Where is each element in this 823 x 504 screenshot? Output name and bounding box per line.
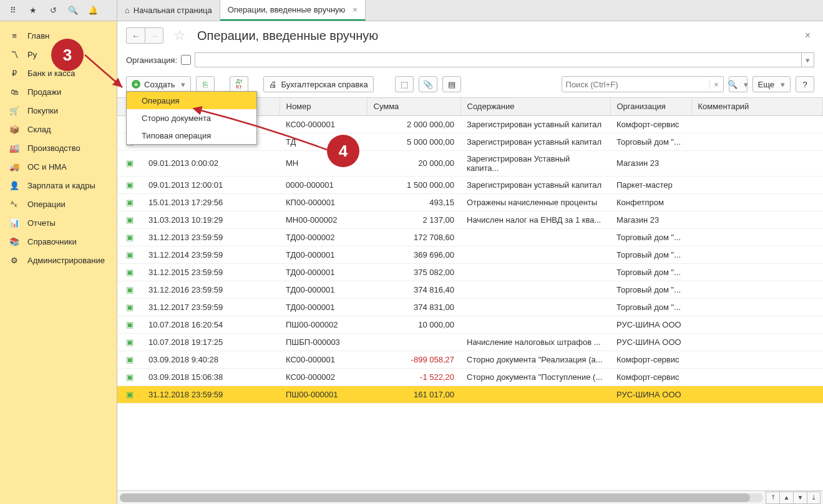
nav-up-icon[interactable]: ▲: [779, 492, 793, 504]
table-row[interactable]: ▣31.03.2013 10:19:29МН00-0000022 137,00Н…: [117, 211, 823, 228]
sidebar-icon: ₽: [9, 69, 20, 78]
sidebar-item-label: Склад: [27, 125, 51, 134]
create-button[interactable]: + Создать ▾: [126, 76, 191, 92]
search-clear-icon[interactable]: ×: [709, 80, 723, 89]
cell-sum: 10 000,00: [367, 316, 460, 333]
copy-button[interactable]: ⎘: [196, 76, 215, 92]
cell-number: ТД00-000001: [280, 281, 367, 298]
org-dropdown-icon[interactable]: ▾: [801, 53, 814, 67]
tab-home[interactable]: ⌂ Начальная страница: [117, 0, 220, 21]
col-sum[interactable]: Сумма: [367, 98, 460, 115]
notifications-icon[interactable]: 🔔: [87, 6, 99, 15]
dropdown-item-1[interactable]: Сторно документа: [127, 109, 256, 127]
table-row[interactable]: ▣31.12.2015 23:59:59ТД00-000001375 082,0…: [117, 263, 823, 281]
cell-sum: 2 000 000,00: [367, 115, 460, 133]
sidebar-icon: 🚚: [9, 162, 20, 172]
sidebar-icon: 📚: [9, 237, 20, 246]
nav-buttons: ⤒ ▲ ▼ ⤓: [766, 492, 821, 504]
callout-4: 4: [327, 135, 359, 167]
table-row[interactable]: ▣31.12.2018 23:59:59ПШ00-000001161 017,0…: [117, 385, 823, 403]
tab-operations[interactable]: Операции, введенные вручную ×: [220, 0, 366, 21]
cell-number: КС00-000001: [280, 351, 367, 368]
sidebar-icon: 📦: [9, 125, 20, 134]
col-number[interactable]: Номер: [280, 98, 367, 115]
table-row[interactable]: ▣09.01.2013 12:00:010000-0000011 500 000…: [117, 176, 823, 193]
find-button[interactable]: 🔍▾: [729, 76, 748, 92]
cell-sum: 5 000 000,00: [367, 133, 460, 150]
sidebar-item-6[interactable]: 🏭Производство: [0, 138, 117, 157]
dtct-button[interactable]: ДтКт: [230, 76, 248, 92]
table-row[interactable]: ▣31.12.2017 23:59:59ТД00-000001374 831,0…: [117, 298, 823, 316]
cell-number: ТД00-000001: [280, 263, 367, 281]
cell-sum: [367, 333, 460, 351]
table-row[interactable]: ▣10.07.2018 16:20:54ПШ00-00000210 000,00…: [117, 316, 823, 333]
history-icon[interactable]: ↺: [47, 6, 59, 15]
page-close-icon[interactable]: ×: [805, 30, 814, 41]
sidebar-item-5[interactable]: 📦Склад: [0, 120, 117, 138]
find-icon[interactable]: 🔍: [67, 6, 79, 15]
org-text-field[interactable]: [195, 53, 801, 67]
org-checkbox[interactable]: [181, 55, 191, 65]
col-comment[interactable]: Комментарий: [691, 98, 823, 115]
attach-button[interactable]: 📎: [419, 76, 437, 92]
link-button[interactable]: ⬚: [395, 76, 414, 92]
cell-date: 31.03.2013 10:19:29: [142, 211, 280, 228]
nav-last-icon[interactable]: ⤓: [807, 492, 821, 504]
cell-sum: 374 816,40: [367, 281, 460, 298]
accounting-help-button[interactable]: 🖨 Бухгалтерская справка: [263, 76, 373, 92]
dropdown-item-0[interactable]: Операция: [127, 92, 256, 109]
table-row[interactable]: ▣09.01.2013 0:00:02МН20 000,00Зарегистри…: [117, 150, 823, 176]
cell-content: Сторно документа "Реализация (а...: [460, 351, 610, 368]
back-button[interactable]: ←: [126, 27, 145, 44]
table-row[interactable]: ▣31.12.2016 23:59:59ТД00-000001374 816,4…: [117, 281, 823, 298]
favorite-icon[interactable]: ★: [27, 6, 39, 15]
document-icon: ▣: [126, 215, 134, 225]
sidebar-item-11[interactable]: 📚Справочники: [0, 232, 117, 251]
table-row[interactable]: ▣10.07.2018 19:17:25ПШБП-000003Начислени…: [117, 333, 823, 351]
forward-button[interactable]: →: [145, 27, 163, 44]
cell-comment: [691, 228, 823, 246]
table-row[interactable]: ▣31.12.2014 23:59:59ТД00-000001369 696,0…: [117, 246, 823, 263]
table-row[interactable]: ▣03.09.2018 15:06:38КС00-000002-1 522,20…: [117, 368, 823, 385]
sidebar-icon: 🛍: [9, 87, 20, 97]
cell-date: 31.12.2017 23:59:59: [142, 298, 280, 316]
cell-org: Торговый дом "...: [610, 281, 691, 298]
col-org[interactable]: Организация: [610, 98, 691, 115]
cell-comment: [691, 193, 823, 211]
printer-icon: 🖨: [269, 80, 277, 89]
sidebar-item-label: Операции: [27, 200, 66, 209]
cell-comment: [691, 150, 823, 176]
dropdown-item-2[interactable]: Типовая операция: [127, 127, 256, 144]
table[interactable]: Дата ↓ Номер Сумма Содержание Организаци…: [117, 97, 823, 490]
table-row[interactable]: ▣03.09.2018 9:40:28КС00-000001-899 058,2…: [117, 351, 823, 368]
table-row[interactable]: ▣31.12.2013 23:59:59ТД00-000002172 708,6…: [117, 228, 823, 246]
nav-first-icon[interactable]: ⤒: [766, 492, 779, 504]
cell-date: 31.12.2018 23:59:59: [142, 385, 280, 403]
tab-close-icon[interactable]: ×: [353, 5, 358, 14]
sidebar-item-4[interactable]: 🛒Покупки: [0, 101, 117, 120]
sidebar-item-12[interactable]: ⚙Администрирование: [0, 251, 117, 269]
help-button[interactable]: ?: [796, 76, 814, 92]
document-icon: ▣: [126, 320, 134, 329]
list-button[interactable]: ▤: [442, 76, 461, 92]
table-row[interactable]: ▣15.01.2013 17:29:56КП00-000001493,15Отр…: [117, 193, 823, 211]
cell-sum: 161 017,00: [367, 385, 460, 403]
cell-number: ТД00-000002: [280, 228, 367, 246]
sidebar-item-3[interactable]: 🛍Продажи: [0, 82, 117, 101]
apps-icon[interactable]: ⠿: [7, 6, 19, 15]
search-box[interactable]: ×: [562, 76, 724, 92]
org-input[interactable]: ▾: [195, 52, 814, 67]
more-button[interactable]: Еще ▾: [752, 76, 791, 92]
search-input[interactable]: [562, 80, 709, 89]
document-icon: ▣: [126, 303, 134, 312]
sidebar-item-8[interactable]: 👤Зарплата и кадры: [0, 176, 117, 195]
cell-org: Магазин 23: [610, 150, 691, 176]
sidebar-item-7[interactable]: 🚚ОС и НМА: [0, 157, 117, 176]
toolbar: + Создать ▾ ⎘ ДтКт 🖨 Бухгалтерская справ…: [117, 67, 823, 97]
sidebar-item-9[interactable]: ᴬₖОперации: [0, 195, 117, 213]
col-content[interactable]: Содержание: [460, 98, 610, 115]
favorite-page-icon[interactable]: ☆: [173, 27, 186, 44]
sidebar-item-10[interactable]: 📊Отчеты: [0, 213, 117, 232]
horizontal-scrollbar[interactable]: [120, 493, 763, 502]
nav-down-icon[interactable]: ▼: [793, 492, 807, 504]
